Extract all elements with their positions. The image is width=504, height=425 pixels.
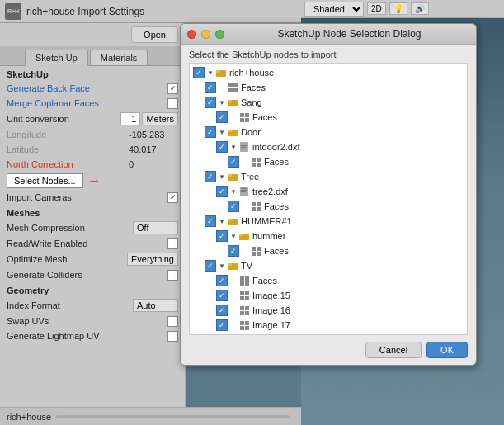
tree-arrow-icon: ▼: [219, 129, 227, 136]
shading-dropdown[interactable]: Shaded: [304, 2, 364, 17]
generate-back-face-checkbox[interactable]: [167, 83, 178, 94]
tree-item[interactable]: ▼rich+house: [190, 65, 467, 80]
tree-arrow-icon: ▼: [230, 188, 238, 196]
index-format-value[interactable]: Auto: [133, 299, 178, 312]
tree-item[interactable]: Faces: [190, 273, 467, 288]
read-write-row: Read/Write Enabled: [0, 236, 185, 251]
open-button[interactable]: Open: [131, 26, 178, 43]
tree-item[interactable]: Faces: [190, 199, 467, 214]
svg-rect-44: [240, 281, 244, 286]
tree-checkbox[interactable]: [205, 260, 216, 272]
tree-arrow-icon: ▼: [219, 173, 227, 181]
tree-checkbox[interactable]: [205, 97, 216, 108]
tree-checkbox[interactable]: [228, 245, 239, 257]
tree-checkbox[interactable]: [216, 141, 228, 153]
tree-item[interactable]: ▼Tree: [190, 169, 467, 184]
tree-checkbox[interactable]: [205, 82, 216, 93]
tree-item[interactable]: ▼tree2.dxf: [190, 184, 467, 199]
maximize-traffic-light[interactable]: [215, 30, 224, 39]
svg-rect-48: [240, 296, 244, 300]
svg-rect-38: [252, 252, 256, 256]
tree-node-icon: [227, 260, 238, 272]
svg-rect-35: [239, 234, 243, 236]
longitude-value: -105.283: [129, 130, 178, 139]
svg-rect-49: [245, 296, 249, 300]
tree-checkbox[interactable]: [216, 290, 228, 301]
tree-item[interactable]: Faces: [190, 243, 467, 258]
sketchup-section-header: SketchUp: [0, 66, 185, 81]
optimize-mesh-value[interactable]: Everything: [127, 253, 178, 266]
generate-back-face-row: Generate Back Face: [0, 81, 185, 96]
import-cameras-checkbox[interactable]: [167, 192, 178, 203]
svg-rect-52: [240, 311, 244, 315]
svg-rect-9: [245, 113, 249, 117]
mesh-compression-row: Mesh Compression Off: [0, 220, 185, 236]
tree-node-label: Image 17: [252, 320, 290, 330]
bottom-bar-label: rich+house: [7, 412, 51, 422]
read-write-checkbox[interactable]: [167, 238, 178, 249]
tree-item[interactable]: Faces: [190, 80, 467, 95]
tree-item[interactable]: Faces: [190, 110, 467, 125]
tree-checkbox[interactable]: [193, 67, 205, 78]
tree-item[interactable]: ▼HUMMER#1: [190, 214, 467, 229]
tree-item[interactable]: Image 17: [190, 318, 467, 333]
tree-item[interactable]: Image 15: [190, 288, 467, 303]
tree-node-icon: [238, 305, 250, 316]
latitude-label: Latitude: [7, 144, 129, 154]
svg-rect-10: [240, 118, 244, 122]
svg-rect-27: [241, 191, 246, 192]
2d-button[interactable]: 2D: [367, 2, 386, 15]
tab-materials[interactable]: Materials: [90, 50, 148, 65]
merge-coplanar-checkbox[interactable]: [167, 98, 178, 109]
svg-rect-7: [228, 100, 232, 102]
close-traffic-light[interactable]: [187, 30, 196, 39]
tree-item[interactable]: ▼hummer: [190, 229, 467, 243]
tree-checkbox[interactable]: [228, 201, 239, 212]
svg-rect-47: [245, 291, 249, 295]
svg-rect-11: [245, 118, 249, 122]
unit-conversion-unit[interactable]: Meters: [142, 112, 178, 125]
tree-node-label: Faces: [252, 112, 277, 122]
cancel-button[interactable]: Cancel: [365, 342, 422, 358]
mesh-compression-value[interactable]: Off: [133, 221, 178, 234]
tree-checkbox[interactable]: [216, 305, 228, 316]
tree-item[interactable]: Faces: [190, 154, 467, 169]
select-nodes-button[interactable]: Select Nodes...: [7, 173, 83, 188]
tree-checkbox[interactable]: [216, 275, 228, 286]
tree-checkbox[interactable]: [216, 230, 228, 242]
svg-rect-55: [245, 321, 249, 325]
bottom-slider[interactable]: [56, 415, 290, 418]
unit-conversion-num[interactable]: 1: [120, 112, 140, 125]
node-selection-dialog: SketchUp Node Selection Dialog Select th…: [180, 23, 477, 366]
tree-item[interactable]: ▼Sang: [190, 95, 467, 110]
swap-uvs-checkbox[interactable]: [167, 316, 178, 327]
tree-checkbox[interactable]: [205, 171, 216, 182]
tree-checkbox[interactable]: [216, 111, 228, 123]
viewport-top-bar: Shaded 2D 💡 🔊: [301, 0, 504, 18]
tree-item[interactable]: ▼intdoor2.dxf: [190, 139, 467, 154]
light-button[interactable]: 💡: [389, 2, 407, 15]
tree-node-icon: [227, 97, 238, 108]
tree-node-label: hummer: [252, 231, 285, 241]
node-tree[interactable]: ▼rich+houseFaces▼SangFaces▼Door▼intdoor2…: [189, 63, 468, 335]
svg-rect-16: [241, 145, 247, 146]
generate-colliders-checkbox[interactable]: [167, 270, 178, 281]
tree-checkbox[interactable]: [205, 126, 216, 138]
tree-checkbox[interactable]: [205, 215, 216, 227]
tree-item[interactable]: ▼TV: [190, 258, 467, 273]
ok-button[interactable]: OK: [426, 342, 468, 358]
longitude-label: Longitude: [7, 130, 129, 139]
index-format-row: Index Format Auto: [0, 297, 185, 314]
sound-button[interactable]: 🔊: [411, 2, 429, 15]
tree-checkbox[interactable]: [216, 186, 228, 197]
tree-item[interactable]: Image 16: [190, 303, 467, 318]
minimize-traffic-light[interactable]: [201, 30, 210, 39]
tree-node-icon: [250, 156, 261, 168]
generate-lightmap-checkbox[interactable]: [167, 331, 178, 342]
tree-checkbox[interactable]: [216, 319, 228, 331]
tree-item[interactable]: ▼Door: [190, 125, 467, 139]
tree-checkbox[interactable]: [228, 156, 239, 168]
tree-node-label: Sang: [241, 97, 262, 107]
tree-arrow-icon: ▼: [219, 218, 227, 225]
tab-sketchup[interactable]: Sketch Up: [25, 50, 88, 66]
